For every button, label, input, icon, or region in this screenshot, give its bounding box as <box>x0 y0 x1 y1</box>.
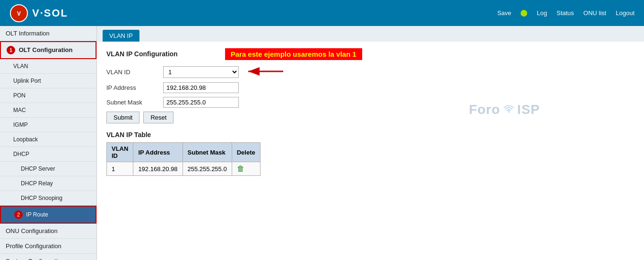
header: V V·SOL Save Log Status ONU list Logout <box>0 0 644 26</box>
col-subnet-mask: Subnet Mask <box>183 143 232 162</box>
sidebar-item-ip-route[interactable]: 2 IP Route <box>0 206 96 224</box>
nav-status[interactable]: Status <box>557 9 574 17</box>
ip-address-label: IP Address <box>106 84 163 91</box>
logo-text: V·SOL <box>32 7 68 19</box>
annotation-text: Para este ejemplo usaremos la vlan 1 <box>225 48 362 60</box>
vsol-logo-icon: V <box>9 4 28 23</box>
tab-bar: VLAN IP <box>97 26 644 42</box>
content-area: VLAN IP VLAN IP Configuration Para este … <box>97 26 644 260</box>
main-layout: OLT Information 1 OLT Configuration VLAN… <box>0 26 644 260</box>
sidebar-item-pon[interactable]: PON <box>0 88 96 103</box>
cell-vlan-id: 1 <box>107 162 133 176</box>
col-vlan-id: VLAN ID <box>107 143 133 162</box>
nav-onu-list[interactable]: ONU list <box>583 9 606 17</box>
status-indicator <box>521 10 527 17</box>
sidebar-item-onu-config[interactable]: ONU Configuration <box>0 224 96 239</box>
sidebar-item-system-config[interactable]: System Configuration <box>0 254 96 260</box>
col-ip-address: IP Address <box>133 143 183 162</box>
sidebar-item-olt-config[interactable]: 1 OLT Configuration <box>0 41 96 59</box>
vlan-ip-table: VLAN ID IP Address Subnet Mask Delete 1 … <box>106 142 261 176</box>
sidebar-item-dhcp-snooping[interactable]: DHCP Snooping <box>0 191 96 206</box>
sidebar: OLT Information 1 OLT Configuration VLAN… <box>0 26 97 260</box>
subnet-mask-input[interactable] <box>163 97 239 108</box>
vlan-id-label: VLAN ID <box>106 69 163 76</box>
form-section: VLAN IP Configuration Para este ejemplo … <box>97 42 644 182</box>
arrow-indicator <box>246 66 284 78</box>
subnet-mask-row: Subnet Mask <box>106 97 635 108</box>
sidebar-item-uplink-port[interactable]: Uplink Port <box>0 74 96 88</box>
sidebar-item-dhcp-server[interactable]: DHCP Server <box>0 162 96 176</box>
ip-address-row: IP Address <box>106 82 635 93</box>
nav-log[interactable]: Log <box>537 9 547 17</box>
sidebar-item-vlan[interactable]: VLAN <box>0 59 96 74</box>
sidebar-item-dhcp-relay[interactable]: DHCP Relay <box>0 176 96 191</box>
cell-ip-address: 192.168.20.98 <box>133 162 183 176</box>
vlan-id-select[interactable]: 1 <box>163 66 239 78</box>
header-right: Save Log Status ONU list Logout <box>497 9 635 17</box>
sidebar-item-loopback[interactable]: Loopback <box>0 132 96 147</box>
ip-address-input[interactable] <box>163 82 239 93</box>
table-section: VLAN IP Table VLAN ID IP Address Subnet … <box>106 131 635 176</box>
save-button[interactable]: Save <box>497 9 512 17</box>
badge-1: 1 <box>7 46 15 54</box>
cell-subnet-mask: 255.255.255.0 <box>183 162 232 176</box>
table-title: VLAN IP Table <box>106 131 635 139</box>
sidebar-item-olt-info[interactable]: OLT Information <box>0 26 96 41</box>
tab-vlan-ip[interactable]: VLAN IP <box>103 30 139 42</box>
form-buttons: Submit Reset <box>106 112 635 123</box>
logo-area: V V·SOL <box>9 4 68 23</box>
svg-text:V: V <box>17 10 21 17</box>
delete-row-button[interactable]: 🗑 <box>237 165 244 173</box>
form-title: VLAN IP Configuration <box>106 50 178 58</box>
vlan-id-row: VLAN ID 1 <box>106 66 635 78</box>
submit-button[interactable]: Submit <box>106 112 139 123</box>
sidebar-item-mac[interactable]: MAC <box>0 103 96 118</box>
nav-logout[interactable]: Logout <box>616 9 635 17</box>
reset-button[interactable]: Reset <box>143 112 174 123</box>
sidebar-item-profile-config[interactable]: Profile Configuration <box>0 239 96 254</box>
badge-2: 2 <box>14 210 23 219</box>
table-row: 1 192.168.20.98 255.255.255.0 🗑 <box>107 162 261 176</box>
sidebar-item-igmp[interactable]: IGMP <box>0 118 96 132</box>
sidebar-item-dhcp[interactable]: DHCP <box>0 147 96 162</box>
subnet-mask-label: Subnet Mask <box>106 99 163 106</box>
col-delete: Delete <box>232 143 260 162</box>
